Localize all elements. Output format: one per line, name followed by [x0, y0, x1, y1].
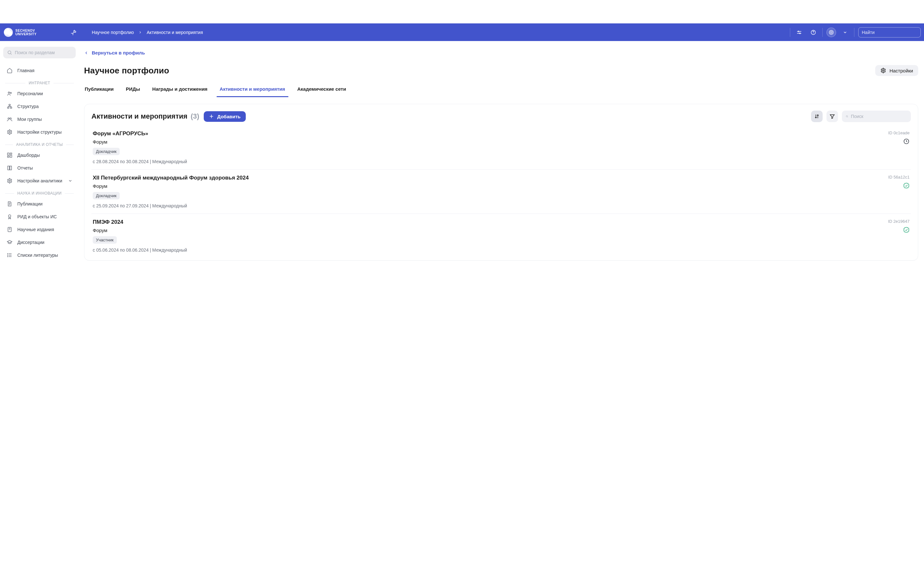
- svg-point-28: [7, 253, 8, 254]
- group-icon: [7, 116, 13, 122]
- list-icon: [7, 252, 13, 258]
- sidebar-item-references[interactable]: Списки литературы: [3, 249, 76, 261]
- sidebar-search-input[interactable]: [15, 50, 72, 55]
- users-icon: [7, 91, 13, 97]
- list-item[interactable]: XII Петербургский международный Форум зд…: [91, 169, 462, 213]
- sidebar-item-dashboards[interactable]: Дашборды: [3, 149, 76, 161]
- item-title: XII Петербургский международный Форум зд…: [93, 175, 249, 181]
- list-item[interactable]: Форум «АГРОРУСЬ» ID 0c1eade Форум Доклад…: [91, 125, 462, 169]
- sidebar-item-label: Отчеты: [17, 165, 33, 171]
- breadcrumb-root[interactable]: Научное портфолио: [92, 30, 134, 35]
- breadcrumb: Научное портфолио Активности и мероприят…: [92, 30, 203, 35]
- sidebar-item-groups[interactable]: Мои группы: [3, 113, 76, 126]
- role-badge: Докладчик: [93, 192, 120, 199]
- svg-rect-15: [9, 104, 11, 105]
- chevron-right-icon: [138, 31, 142, 34]
- gear-icon: [7, 129, 13, 135]
- item-meta: с 28.08.2024 по 30.08.2024 | Международн…: [93, 159, 462, 164]
- item-type: Форум: [93, 183, 107, 189]
- svg-point-29: [7, 255, 8, 255]
- chevron-down-icon: [68, 179, 73, 183]
- sidebar-item-structure-settings[interactable]: Настройки структуры: [3, 126, 76, 139]
- brand-line1: SECHENOV: [15, 29, 37, 32]
- gear-icon: [7, 178, 13, 184]
- plus-icon: [209, 114, 214, 119]
- sidebar-item-label: Настройки аналитики: [17, 178, 62, 183]
- tab-publications[interactable]: Публикации: [84, 83, 114, 97]
- svg-point-13: [8, 92, 10, 93]
- item-type: Форум: [93, 139, 107, 145]
- back-to-profile[interactable]: Вернуться в профиль: [84, 50, 462, 55]
- item-meta: с 05.06.2024 по 08.06.2024 | Международн…: [93, 247, 462, 253]
- list-item[interactable]: ПМЭФ 2024 ID 2e19647 Форум Участник с 05…: [91, 213, 462, 258]
- topbar: SECHENOV UNIVERSITY Научное портфолио Ак…: [0, 23, 462, 41]
- sidebar-section-intranet: ИНТРАНЕТ: [3, 77, 76, 87]
- svg-point-14: [10, 92, 11, 93]
- journal-icon: [7, 227, 13, 232]
- graduation-icon: [7, 239, 13, 245]
- item-type: Форум: [93, 227, 107, 233]
- panel-title: Активности и мероприятия (3): [91, 112, 199, 121]
- add-label: Добавить: [217, 114, 241, 119]
- sidebar-item-label: Настройки структуры: [17, 129, 61, 135]
- sidebar-item-label: Персоналии: [17, 91, 43, 96]
- brand[interactable]: SECHENOV UNIVERSITY: [4, 28, 37, 37]
- svg-rect-21: [7, 153, 9, 155]
- role-badge: Докладчик: [93, 148, 120, 155]
- sidebar-item-label: РИД и объекты ИС: [17, 214, 57, 219]
- tab-networks[interactable]: Академические сети: [297, 83, 347, 97]
- sidebar: Главная ИНТРАНЕТ Персоналии Структура Мо…: [0, 41, 79, 288]
- sidebar-item-label: Диссертации: [17, 240, 44, 245]
- sidebar-item-label: Научные издания: [17, 227, 54, 232]
- dashboard-icon: [7, 152, 13, 158]
- svg-rect-23: [10, 155, 12, 157]
- sidebar-item-dissertations[interactable]: Диссертации: [3, 236, 76, 249]
- sidebar-item-publications[interactable]: Публикации: [3, 197, 76, 210]
- pin-icon: [71, 29, 77, 35]
- search-icon: [7, 50, 12, 55]
- svg-point-30: [7, 256, 8, 257]
- pin-toggle[interactable]: [69, 27, 79, 37]
- sidebar-item-ip[interactable]: РИД и объекты ИС: [3, 210, 76, 223]
- structure-icon: [7, 103, 13, 109]
- document-icon: [7, 201, 13, 207]
- sidebar-item-analytics-settings[interactable]: Настройки аналитики: [3, 174, 76, 187]
- sidebar-item-persons[interactable]: Персоналии: [3, 87, 76, 100]
- sidebar-search[interactable]: [3, 47, 76, 58]
- breadcrumb-leaf[interactable]: Активности и мероприятия: [147, 30, 203, 35]
- sidebar-item-structure[interactable]: Структура: [3, 100, 76, 113]
- backlink-label: Вернуться в профиль: [92, 50, 145, 55]
- tabs: Публикации РИДы Награды и достижения Акт…: [84, 83, 462, 97]
- activities-panel: Активности и мероприятия (3) Добавить: [84, 104, 462, 261]
- tab-activities[interactable]: Активности и мероприятия: [219, 83, 286, 97]
- sidebar-item-home[interactable]: Главная: [3, 64, 76, 77]
- award-icon: [7, 214, 13, 219]
- sidebar-item-label: Главная: [17, 68, 34, 73]
- activities-list: Форум «АГРОРУСЬ» ID 0c1eade Форум Доклад…: [91, 125, 462, 258]
- item-title: Форум «АГРОРУСЬ»: [93, 131, 148, 137]
- home-icon: [7, 68, 13, 73]
- sidebar-section-science: НАУКА И ИННОВАЦИИ: [3, 187, 76, 197]
- add-button[interactable]: Добавить: [204, 111, 246, 122]
- item-title: ПМЭФ 2024: [93, 219, 123, 226]
- svg-point-19: [10, 118, 11, 119]
- sidebar-item-label: Дашборды: [17, 153, 40, 158]
- svg-rect-22: [10, 153, 12, 154]
- sidebar-item-label: Структура: [17, 104, 39, 109]
- svg-point-11: [8, 51, 11, 54]
- sidebar-item-label: Публикации: [17, 201, 42, 206]
- brand-line2: UNIVERSITY: [15, 32, 37, 36]
- svg-rect-17: [10, 107, 12, 108]
- sidebar-item-reports[interactable]: Отчеты: [3, 161, 76, 174]
- brand-text: SECHENOV UNIVERSITY: [15, 29, 37, 36]
- svg-rect-16: [7, 107, 9, 108]
- svg-point-25: [9, 180, 11, 182]
- sidebar-section-analytics: АНАЛИТИКА И ОТЧЕТЫ: [3, 139, 76, 149]
- item-meta: с 25.09.2024 по 27.09.2024 | Международн…: [93, 203, 462, 208]
- page-title: Научное портфолио: [84, 66, 169, 76]
- main: Вернуться в профиль Научное портфолио На…: [84, 41, 462, 288]
- tab-awards[interactable]: Награды и достижения: [152, 83, 208, 97]
- tab-rids[interactable]: РИДы: [125, 83, 141, 97]
- sidebar-item-journals[interactable]: Научные издания: [3, 223, 76, 236]
- chevron-left-icon: [84, 51, 89, 55]
